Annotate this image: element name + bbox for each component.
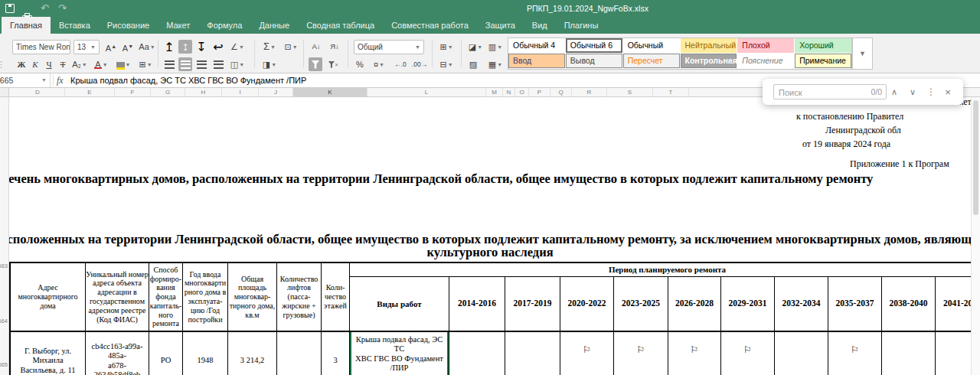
align-middle-icon[interactable]: ↕ — [178, 40, 192, 54]
cell-style-chip[interactable]: Ввод — [508, 54, 565, 68]
tab-dannye[interactable]: Данные — [250, 17, 298, 34]
cell-style-chip[interactable]: Нейтральный — [681, 38, 737, 53]
close-icon[interactable]: × — [940, 84, 956, 99]
number-format-select[interactable]: Общий▼ — [354, 40, 424, 54]
header-address[interactable]: Адрес многоквартирного дома — [11, 263, 86, 332]
header-period[interactable]: 2017-2019 — [505, 277, 560, 332]
column-header[interactable]: H — [185, 88, 222, 96]
cell-style-chip[interactable]: Хороший — [795, 38, 851, 53]
italic-button[interactable]: К — [29, 57, 41, 71]
tab-glavnaya[interactable]: Главная — [2, 17, 51, 34]
column-header[interactable]: I — [222, 88, 259, 96]
column-header[interactable]: R — [572, 88, 607, 96]
cell-lifts[interactable] — [277, 332, 322, 375]
header-period[interactable]: 2023-2025 — [614, 277, 668, 332]
cell-fund-method[interactable]: РО — [149, 332, 183, 375]
merge-cells-icon[interactable]: ◫▼ — [228, 57, 247, 71]
fill-cells-icon[interactable]: ⊡▼ — [282, 40, 300, 54]
clear-filter-icon[interactable]: × — [326, 57, 340, 71]
header-fias[interactable]: Уникальный номер адреса объекта адресаци… — [86, 263, 149, 332]
currency-style-icon[interactable]: ¤▼ — [369, 57, 389, 71]
repair-flag-icon[interactable]: ⚐ — [721, 332, 775, 375]
cell-style-chip[interactable]: Обычный 6 — [566, 38, 622, 53]
repair-flag-icon[interactable]: ⚐ — [560, 332, 614, 375]
tab-vstavka[interactable]: Вставка — [51, 17, 99, 34]
increase-decimal-button[interactable]: .00→ — [410, 57, 429, 71]
column-header[interactable]: S — [607, 88, 653, 96]
tab-risovanie[interactable]: Рисование — [99, 17, 158, 34]
tab-maket[interactable]: Макет — [158, 17, 198, 34]
cell-address[interactable]: Г. Выборг, ул. Михаила Васильева, д. 11 — [11, 332, 86, 375]
header-area[interactable]: Общая площадь многоквар- тирного дома, к… — [228, 263, 277, 332]
column-header[interactable]: F — [115, 88, 151, 96]
column-header[interactable]: L — [368, 88, 486, 96]
fill-color-icon[interactable]: ▼ — [113, 57, 133, 71]
column-header[interactable]: N — [503, 88, 515, 96]
cell-style-chip[interactable]: Примечание — [795, 54, 851, 68]
change-case-button[interactable]: Aa▼ — [138, 40, 156, 54]
header-period[interactable]: 2035-2037 — [828, 277, 882, 332]
cell-fias[interactable]: cb4cc163-a99a-485a- a678-2634b58df8eb — [86, 332, 149, 375]
font-name-select[interactable]: Times New Ron▼ — [12, 40, 70, 54]
cell-floors[interactable]: 3 — [322, 332, 350, 375]
tab-zashchita[interactable]: Защита — [477, 17, 524, 34]
undo-icon[interactable]: ↶ — [41, 4, 49, 13]
header-period-band[interactable]: Период планируемого ремонта — [350, 263, 980, 277]
strikethrough-button[interactable]: Т — [57, 57, 69, 71]
header-period[interactable]: 2014-2016 — [449, 277, 505, 332]
column-header[interactable]: J — [259, 88, 293, 96]
search-next-icon[interactable]: ∨ — [905, 84, 920, 99]
tab-svodnaya[interactable]: Сводная таблица — [298, 17, 383, 34]
filter-icon[interactable] — [309, 57, 322, 71]
select-all-corner[interactable] — [0, 88, 9, 96]
align-left-icon[interactable] — [162, 57, 176, 71]
cell-style-chip[interactable]: Пояснение — [737, 54, 794, 68]
redo-icon[interactable]: ↷ — [58, 4, 67, 13]
fx-icon[interactable]: fx — [57, 73, 64, 87]
chevron-down-icon[interactable]: ▼ — [41, 73, 47, 87]
header-lifts[interactable]: Количество лифтов (пасса- жирские + груз… — [277, 263, 322, 332]
cell-period-flag[interactable] — [775, 332, 828, 375]
cell-style-chip[interactable]: Плохой — [737, 38, 794, 53]
save-icon[interactable] — [5, 4, 15, 13]
cell-style-chip[interactable]: Вывод — [566, 54, 622, 68]
orientation-icon[interactable]: ∠▼ — [228, 40, 247, 54]
cell-style-chip[interactable]: Пересчет — [623, 54, 680, 68]
column-header[interactable]: P — [529, 88, 550, 96]
clear-icon[interactable]: ◪▼ — [466, 40, 485, 54]
align-top-icon[interactable]: ↥ — [162, 40, 176, 54]
column-header[interactable]: Q — [550, 88, 572, 96]
cell-works-selected[interactable]: Крыша подвал фасад, ЭС ТС ХВС ГВС ВО Фун… — [350, 332, 449, 375]
search-options-icon[interactable]: ⋮ — [923, 84, 939, 99]
search-input[interactable] — [777, 86, 861, 99]
decrease-font-icon[interactable]: A▼ — [121, 40, 135, 54]
gallery-more-icon[interactable]: ▼ — [852, 38, 873, 70]
delete-cells-icon[interactable]: ⊟▼ — [436, 57, 456, 71]
copy-style-icon[interactable]: ▥▼ — [485, 40, 505, 54]
column-header[interactable]: M — [486, 88, 503, 96]
subscript-button[interactable]: A₂▼ — [71, 57, 88, 71]
column-header[interactable]: T — [653, 88, 689, 96]
tab-sovmestnaya[interactable]: Совместная работа — [383, 17, 477, 34]
cell-style-chip[interactable]: Обычный 4 — [508, 38, 565, 53]
insert-cells-icon[interactable]: ⊞▼ — [436, 40, 456, 54]
format-painter-icon[interactable]: ▨ — [466, 57, 481, 71]
vertical-scrollbar[interactable] — [971, 97, 980, 375]
align-right-icon[interactable] — [194, 57, 208, 71]
header-period[interactable]: 2038-2040 — [882, 277, 936, 332]
row-header[interactable]: 8663 — [0, 262, 8, 269]
header-works[interactable]: Виды работ — [350, 277, 449, 332]
increase-font-icon[interactable]: A▲ — [104, 40, 118, 54]
row-header[interactable]: 8665 — [0, 361, 8, 368]
column-header[interactable]: D — [11, 88, 65, 96]
cell-period-flag[interactable] — [505, 332, 560, 375]
borders-icon[interactable]: ⊞▼ — [136, 57, 155, 71]
header-period[interactable]: 2020-2022 — [560, 277, 614, 332]
scrollbar-thumb[interactable] — [973, 100, 978, 215]
tab-vid[interactable]: Вид — [524, 17, 556, 34]
underline-button[interactable]: Ч — [43, 57, 55, 71]
repair-flag-icon[interactable]: ⚐ — [668, 332, 721, 375]
cell-style-chip[interactable]: Обычный — [623, 38, 680, 53]
header-floors[interactable]: Коли- чество этажей — [322, 263, 350, 332]
cell-year-built[interactable]: 1948 — [183, 332, 228, 375]
